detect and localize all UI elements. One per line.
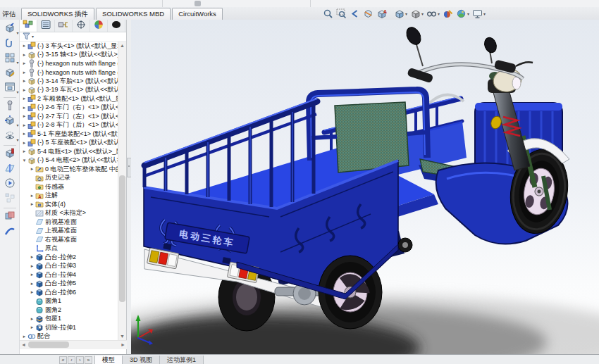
expand-arrow-icon[interactable]: ▸ [21, 70, 27, 75]
interference-detection-button[interactable] [2, 210, 18, 225]
dropdown-caret-icon[interactable]: ▾ [16, 137, 18, 142]
ribbon-tab[interactable]: 评估 [1, 8, 20, 20]
graphics-area[interactable]: 电动三轮车 [131, 20, 599, 354]
tree-item[interactable]: 历史记录 [20, 174, 118, 183]
scroll-up-icon[interactable]: ▲ [118, 42, 126, 49]
tree-item[interactable]: ▸实体(4) [20, 200, 118, 209]
bottom-tab[interactable]: 模型 [94, 356, 123, 364]
expand-arrow-icon[interactable]: ▸ [29, 193, 35, 199]
tree-item[interactable]: ▸包覆1 [20, 315, 118, 324]
expand-arrow-icon[interactable]: ▸ [21, 87, 27, 93]
tree-item[interactable]: ▸5-1 车座垫装配<1> (默认<默认_显 [20, 130, 118, 139]
expand-arrow-icon[interactable]: ▸ [21, 149, 27, 154]
expand-arrow-icon[interactable]: ▸ [29, 254, 35, 260]
tree-item[interactable]: 右视基准面 [20, 235, 118, 244]
bottom-tab[interactable]: 3D 视图 [123, 356, 160, 364]
tree-vertical-scrollbar[interactable]: ▲ ▼ [118, 42, 126, 340]
assembly-features-button[interactable] [2, 147, 18, 162]
tree-filter-button[interactable]: ▾ [20, 32, 126, 42]
apply-scene-button[interactable]: ▾ [455, 8, 471, 20]
dropdown-caret-icon[interactable]: ▾ [483, 11, 486, 16]
tree-item[interactable]: ▸凸台-拉伸3 [20, 262, 118, 271]
tree-item[interactable]: ▸凸台-拉伸2 [20, 253, 118, 262]
expand-arrow-icon[interactable]: ▸ [21, 140, 27, 146]
component-preview-window-button[interactable]: ▾ [2, 81, 18, 96]
tree-item[interactable]: ▸(-) 2-7 车门（左）<1> (默认<默认 [20, 112, 118, 121]
tree-item[interactable]: ▸(-) 3-14 车胎<1> (默认<<默认>_ [20, 77, 118, 86]
tree-item[interactable]: ▸2 车厢装配<1> (默认<默认_显示 [20, 94, 118, 103]
scroll-right-icon[interactable]: ► [119, 341, 127, 349]
previous-view-button[interactable] [348, 8, 362, 20]
tree-item[interactable]: ▸(-) 3-19 车瓦<1> (默认<<默认>_ [20, 86, 118, 95]
expand-arrow-icon[interactable]: ▸ [29, 201, 35, 207]
ribbon-tab[interactable]: SOLIDWORKS 插件 [21, 8, 94, 20]
tree-item[interactable]: 圆角2 [20, 306, 118, 315]
tree-item[interactable]: 圆角1 [20, 297, 118, 306]
scrollbar-thumb[interactable] [119, 175, 125, 302]
zoom-to-fit-button[interactable] [321, 8, 335, 20]
zoom-to-area-button[interactable] [335, 8, 348, 20]
scrollbar-thumb[interactable] [28, 341, 69, 348]
linear-component-pattern-button[interactable]: ▾ [2, 51, 18, 66]
tree-item[interactable]: ▸5-4 电瓶<1> (默认<<默认>_显示 [20, 147, 118, 156]
tree-item[interactable]: ▸A注解 [20, 192, 118, 201]
dropdown-caret-icon[interactable]: ▾ [405, 11, 407, 16]
view-orientation-button[interactable]: ▾ [393, 8, 409, 20]
new-motion-study-button[interactable] [2, 177, 18, 192]
tab-nav-next-button[interactable]: › [76, 356, 84, 364]
edit-appearance-button[interactable] [441, 8, 455, 20]
expand-arrow-icon[interactable]: ▸ [29, 316, 35, 322]
bottom-tab[interactable]: 运动算例1 [160, 356, 204, 364]
tree-horizontal-scrollbar[interactable]: ◄ ► [20, 340, 127, 349]
tree-item[interactable]: ▾(-) 5-4 电瓶<2> (默认<<默认>_显 [20, 156, 118, 165]
tree-item[interactable]: 材质 <未指定> [20, 209, 118, 218]
expand-arrow-icon[interactable]: ▸ [21, 52, 27, 58]
mate-button[interactable] [2, 37, 18, 51]
tab-nav-first-button[interactable]: « [59, 356, 67, 364]
dropdown-caret-icon[interactable]: ▾ [467, 11, 469, 16]
tab-nav-last-button[interactable]: » [85, 356, 92, 364]
dropdown-caret-icon[interactable]: ▾ [16, 60, 18, 65]
tree-item[interactable]: ▸切除-拉伸1 [20, 323, 118, 332]
edit-component-button[interactable] [2, 66, 18, 81]
expand-arrow-icon[interactable]: ▸ [21, 96, 27, 101]
tree-item[interactable]: ▸(-) 3 车头<1> (默认<默认_显示状 [20, 42, 118, 51]
reference-geometry-button[interactable] [2, 162, 18, 177]
tree-item[interactable]: 原点 [20, 244, 118, 253]
dropdown-caret-icon[interactable]: ▾ [16, 89, 18, 94]
dynamic-annotation-views-button[interactable]: A [375, 8, 388, 20]
expand-arrow-icon[interactable]: ▸ [21, 123, 27, 128]
belt-chain-button[interactable] [2, 225, 18, 239]
section-view-button[interactable] [362, 8, 375, 20]
smart-fasteners-button[interactable] [2, 99, 18, 114]
view-settings-button[interactable]: ▾ [471, 8, 487, 20]
insert-components-button[interactable]: ▾ [2, 22, 18, 37]
expand-arrow-icon[interactable]: ▸ [29, 272, 35, 277]
tree-item[interactable]: ▸凸台-拉伸5 [20, 280, 118, 289]
expand-arrow-icon[interactable]: ▸ [29, 325, 35, 330]
tree-item[interactable]: ▸凸台-拉伸4 [20, 270, 118, 280]
expand-arrow-icon[interactable]: ▸ [21, 131, 27, 137]
panel-tab-configuration-manager[interactable] [55, 20, 73, 32]
scroll-left-icon[interactable]: ◄ [20, 341, 27, 349]
tree-item[interactable]: ▸(-) 3-15 轴<1> (默认<<默认>_显 [20, 51, 118, 60]
expand-arrow-icon[interactable]: ▸ [21, 105, 27, 111]
ribbon-tab[interactable]: SOLIDWORKS MBD [96, 8, 171, 20]
tree-item[interactable]: ▸(-) 2-8 车门（后）<1> (默认<默认 [20, 121, 118, 130]
dropdown-caret-icon[interactable]: ▾ [438, 11, 440, 16]
expand-arrow-icon[interactable]: ▸ [29, 281, 35, 287]
panel-tab-dimxpert-manager[interactable] [73, 20, 90, 32]
model-view-tricycle[interactable]: 电动三轮车 [131, 20, 599, 354]
dropdown-caret-icon[interactable]: ▾ [16, 30, 18, 35]
tree-item[interactable]: 上视基准面 [20, 227, 118, 236]
tree-item[interactable]: ▸配合 [20, 332, 118, 341]
hide-show-items-button[interactable]: ▾ [425, 8, 441, 20]
panel-tab-property-manager[interactable] [37, 20, 55, 32]
expand-arrow-icon[interactable]: ▸ [21, 43, 27, 49]
tree-item[interactable]: ▸0 电动三轮车整体装配 中的配 [20, 165, 118, 174]
tree-item[interactable]: ▸凸台-拉伸6 [20, 288, 118, 297]
tree-item[interactable]: 传感器 [20, 182, 118, 192]
move-component-button[interactable]: ▾ [2, 114, 18, 129]
filter-dropdown-caret[interactable]: ▾ [32, 34, 34, 39]
expand-arrow-icon[interactable]: ▸ [21, 334, 27, 339]
